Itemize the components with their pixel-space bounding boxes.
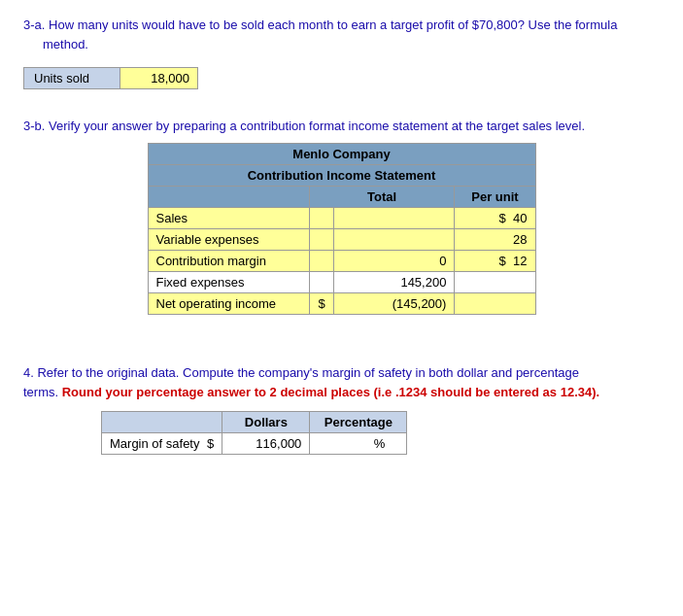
perunit-value: $ 40 (455, 208, 535, 229)
total-value[interactable] (333, 208, 455, 229)
row-label: Variable expenses (148, 229, 309, 251)
margin-dollars-value[interactable]: 116,000 (222, 433, 310, 455)
dollar-prefix: $ (207, 436, 214, 451)
company-name-header: Menlo Company (148, 144, 535, 165)
row-label: Net operating income (148, 293, 309, 315)
margin-col-dollars: Dollars (222, 412, 310, 433)
col-perunit-header: Per unit (455, 187, 535, 208)
income-statement-table: Menlo Company Contribution Income Statem… (148, 143, 536, 315)
section-3b: 3-b. Verify your answer by preparing a c… (23, 119, 660, 315)
units-sold-row: Units sold 18,000 (23, 67, 660, 89)
margin-row: Margin of safety $ 116,000 % (102, 433, 407, 455)
table-row: Contribution margin 0 $ 12 (148, 251, 535, 272)
statement-title-header: Contribution Income Statement (148, 165, 535, 187)
perunit-value (455, 293, 535, 315)
total-value[interactable] (333, 229, 455, 251)
table-row: Fixed expenses 145,200 (148, 272, 535, 293)
col-total-header: Total (309, 187, 455, 208)
row-label: Sales (148, 208, 309, 229)
total-prefix: $ (309, 293, 333, 315)
margin-of-safety-table: Dollars Percentage Margin of safety $ 11… (101, 411, 407, 455)
col-label-header (148, 187, 309, 208)
total-value[interactable]: 0 (333, 251, 455, 272)
row-label: Contribution margin (148, 251, 309, 272)
total-value[interactable]: (145,200) (333, 293, 455, 315)
table-row: Sales $ 40 (148, 208, 535, 229)
table-row: Variable expenses 28 (148, 229, 535, 251)
table-row: Net operating income $ (145,200) (148, 293, 535, 315)
row-label: Fixed expenses (148, 272, 309, 293)
question-4: 4. Refer to the original data. Compute t… (23, 363, 660, 401)
perunit-value (455, 272, 535, 293)
perunit-value: $ 12 (455, 251, 535, 272)
section-4: 4. Refer to the original data. Compute t… (23, 363, 660, 455)
units-sold-label: Units sold (23, 67, 120, 89)
question-3b: 3-b. Verify your answer by preparing a c… (23, 119, 660, 133)
total-prefix (309, 208, 333, 229)
total-value: 145,200 (333, 272, 455, 293)
margin-col-empty (102, 412, 222, 433)
margin-label-cell: Margin of safety $ (102, 433, 222, 455)
total-prefix (309, 272, 333, 293)
total-prefix (309, 251, 333, 272)
total-prefix (309, 229, 333, 251)
margin-pct-value[interactable]: % (310, 433, 407, 455)
section-3a: 3-a. How many units would have to be sol… (23, 16, 660, 89)
question-3a: 3-a. How many units would have to be sol… (23, 16, 660, 53)
margin-col-pct: Percentage (310, 412, 407, 433)
perunit-value: 28 (455, 229, 535, 251)
units-sold-input[interactable]: 18,000 (120, 67, 198, 89)
